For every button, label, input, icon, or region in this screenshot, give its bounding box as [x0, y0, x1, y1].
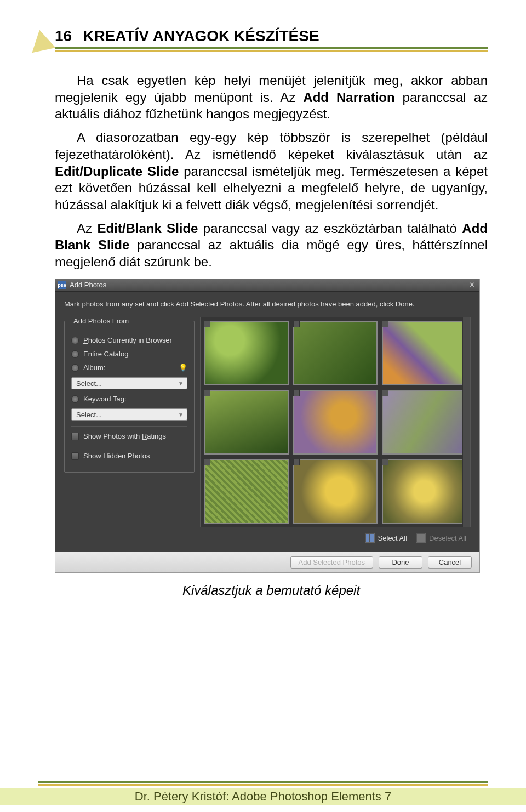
thumb-checkbox[interactable] [204, 390, 210, 396]
thumb-checkbox[interactable] [293, 390, 300, 396]
deselect-all-icon [416, 533, 426, 543]
keyword-tag-select[interactable]: Select... ▼ [71, 408, 187, 421]
dialog-titlebar[interactable]: pse Add Photos ✕ [55, 279, 479, 292]
footer-rule-orange [38, 784, 488, 786]
radio-album[interactable]: Album: 💡 [71, 364, 187, 372]
paragraph-3: Az Edit/Blank Slide paranccsal vagy az e… [55, 220, 488, 271]
decorative-triangle [28, 27, 56, 53]
checkbox-icon [71, 433, 79, 440]
radio-icon [71, 337, 79, 344]
radio-keyword-tag[interactable]: Keyword Tag: [71, 395, 187, 403]
add-photos-dialog: pse Add Photos ✕ Mark photos from any se… [55, 279, 480, 573]
select-all-icon [365, 533, 375, 543]
thumbnail[interactable] [204, 321, 289, 385]
cancel-button[interactable]: Cancel [428, 556, 472, 569]
thumbnail[interactable] [382, 459, 467, 524]
album-select[interactable]: Select... ▼ [71, 377, 187, 389]
checkbox-icon [71, 452, 79, 460]
checkbox-show-hidden[interactable]: Show Hidden Photos [71, 452, 187, 460]
group-legend: Add Photos From [71, 317, 131, 325]
thumbnail[interactable] [382, 321, 467, 385]
paragraph-1: Ha csak egyetlen kép helyi menüjét jelen… [55, 72, 488, 123]
radio-photos-in-browser[interactable]: Photos Currently in Browser [71, 336, 187, 344]
app-icon: pse [58, 281, 66, 289]
page-number: 16 [55, 27, 72, 45]
rule-orange [55, 50, 488, 52]
radio-icon [71, 350, 79, 358]
divider [71, 446, 187, 446]
thumb-checkbox[interactable] [293, 321, 300, 327]
thumbnail[interactable] [293, 390, 378, 455]
thumbnail[interactable] [204, 459, 289, 524]
thumb-checkbox[interactable] [293, 459, 300, 465]
dialog-button-bar: Add Selected Photos Done Cancel [55, 552, 479, 572]
page-title: KREATÍV ANYAGOK KÉSZÍTÉSE [83, 27, 319, 45]
radio-icon [71, 364, 79, 372]
footer-rule-green [38, 781, 488, 783]
done-button[interactable]: Done [379, 556, 422, 569]
chevron-down-icon: ▼ [178, 381, 184, 387]
checkbox-show-ratings[interactable]: Show Photos with Ratings [71, 432, 187, 440]
thumb-checkbox[interactable] [204, 459, 210, 465]
thumb-checkbox[interactable] [382, 459, 388, 465]
paragraph-2: A diasorozatban egy-egy kép többször is … [55, 129, 488, 214]
close-icon[interactable]: ✕ [467, 281, 476, 289]
thumbnail[interactable] [293, 321, 378, 385]
select-all-button[interactable]: Select All [365, 533, 407, 543]
thumbnail[interactable] [204, 390, 289, 455]
figure-caption: Kiválasztjuk a bemutató képeit [55, 583, 488, 598]
scrollbar[interactable] [462, 317, 470, 527]
photo-thumbnail-grid[interactable] [200, 317, 471, 527]
thumbnail[interactable] [382, 390, 467, 455]
thumb-checkbox[interactable] [204, 321, 210, 327]
add-photos-from-group: Add Photos From Photos Currently in Brow… [64, 317, 195, 473]
divider [71, 426, 187, 427]
bulb-icon: 💡 [179, 364, 187, 372]
dialog-instructions: Mark photos from any set and click Add S… [64, 299, 471, 309]
thumb-checkbox[interactable] [382, 390, 388, 396]
deselect-all-button[interactable]: Deselect All [416, 533, 466, 543]
chevron-down-icon: ▼ [178, 412, 184, 418]
add-selected-photos-button[interactable]: Add Selected Photos [290, 556, 373, 569]
radio-entire-catalog[interactable]: Entire Catalog [71, 350, 187, 358]
dialog-title: Add Photos [70, 281, 106, 289]
radio-icon [71, 395, 79, 403]
rule-green [55, 47, 488, 49]
thumbnail[interactable] [293, 459, 378, 524]
footer-text: Dr. Pétery Kristóf: Adobe Photoshop Elem… [0, 788, 526, 805]
thumb-checkbox[interactable] [382, 321, 388, 327]
